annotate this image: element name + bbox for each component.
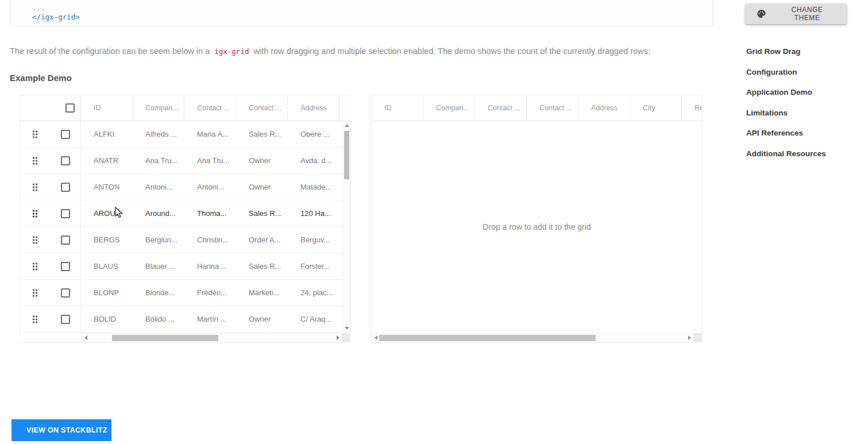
toc-nav: Grid Row Drag Configuration Application …: [746, 41, 861, 164]
h-scrollbar[interactable]: [82, 333, 342, 342]
grid-cell[interactable]: ANATR: [81, 156, 133, 165]
grid-cell[interactable]: Ana Tru...: [184, 156, 236, 165]
grid-cell[interactable]: Obere ...: [288, 130, 340, 138]
grid-cell[interactable]: Sales R...: [236, 209, 288, 218]
column-header-company[interactable]: Compan...: [423, 95, 475, 121]
scrollbar-thumb[interactable]: [112, 335, 218, 341]
column-header-address[interactable]: Address: [288, 95, 340, 121]
row-checkbox[interactable]: [61, 288, 70, 298]
scrollbar-thumb[interactable]: [379, 335, 596, 341]
view-on-stackblitz-button[interactable]: VIEW ON STACKBLITZ: [11, 419, 111, 441]
grid-cell[interactable]: Antoni...: [184, 183, 236, 191]
table-row[interactable]: ANATR Ana Tru... Ana Tru... Owner Avda. …: [20, 148, 350, 174]
row-checkbox[interactable]: [61, 183, 70, 192]
row-checkbox[interactable]: [61, 209, 70, 218]
column-header-company[interactable]: Compan...: [133, 95, 184, 121]
scroll-down-icon[interactable]: [345, 327, 349, 330]
column-header-city[interactable]: City: [630, 95, 682, 121]
grid-cell[interactable]: Owner: [236, 315, 288, 323]
column-header-id[interactable]: ID: [81, 95, 133, 121]
grid-cell[interactable]: Berglun...: [133, 235, 184, 244]
scroll-right-icon[interactable]: [688, 335, 691, 340]
row-drag-handle[interactable]: [20, 130, 50, 139]
nav-link-configuration[interactable]: Configuration: [746, 62, 861, 83]
nav-link-api-references[interactable]: API References: [746, 123, 861, 144]
h-scrollbar[interactable]: [372, 333, 693, 342]
table-row[interactable]: BERGS Berglun... Christin... Order A... …: [20, 227, 350, 253]
row-drag-handle[interactable]: [20, 288, 50, 298]
row-drag-handle[interactable]: [20, 156, 50, 165]
column-header-region[interactable]: Reg: [682, 95, 702, 121]
v-scrollbar[interactable]: [342, 121, 350, 333]
grid-cell[interactable]: Blauer ...: [133, 262, 184, 271]
table-row[interactable]: ALFKI Alfreds ... Maria A... Sales R... …: [20, 121, 350, 148]
grid-cell[interactable]: ALFKI: [81, 130, 133, 138]
grid-cell[interactable]: Frédéri...: [184, 288, 236, 297]
scroll-left-icon[interactable]: [84, 335, 87, 340]
column-header-contact-name[interactable]: Contact ...: [475, 95, 527, 121]
row-checkbox[interactable]: [61, 315, 70, 324]
grid-cell[interactable]: Owner: [236, 183, 288, 191]
scroll-up-icon[interactable]: [345, 124, 349, 127]
grid-cell[interactable]: BLONP: [81, 288, 133, 297]
change-theme-button[interactable]: CHANGE THEME: [745, 3, 847, 24]
table-row[interactable]: BOLID Bólido ... Martín ... Owner C/ Ara…: [20, 306, 350, 333]
grid-cell[interactable]: BLAUS: [81, 262, 133, 271]
grid-cell[interactable]: Antoni...: [133, 183, 184, 191]
grid-cell[interactable]: Sales R...: [236, 130, 288, 138]
grid-cell[interactable]: Matade...: [288, 183, 340, 191]
scroll-left-icon[interactable]: [375, 335, 377, 340]
grid-cell[interactable]: Bólido ...: [133, 315, 184, 323]
column-header-contact-title[interactable]: Contact ...: [236, 95, 288, 121]
target-grid-header: ID Compan... Contact ... Contact ... Add…: [372, 95, 702, 121]
grid-cell[interactable]: Maria A...: [184, 130, 236, 138]
table-row[interactable]: AROUT Around... Thoma... Sales R... 120 …: [20, 200, 350, 227]
grid-cell[interactable]: C/ Araq...: [288, 315, 340, 323]
grid-cell[interactable]: Owner: [236, 156, 288, 165]
table-row[interactable]: BLONP Blonde... Frédéri... Marketi... 24…: [20, 280, 350, 306]
row-drag-handle[interactable]: [20, 235, 50, 245]
nav-link-application-demo[interactable]: Application Demo: [746, 82, 861, 103]
grid-cell[interactable]: ANTON: [81, 183, 133, 191]
row-drag-handle[interactable]: [20, 315, 50, 324]
column-header-address[interactable]: Address: [578, 95, 630, 121]
grid-cell[interactable]: 24, plac...: [288, 288, 340, 297]
scroll-right-icon[interactable]: [337, 335, 340, 340]
grid-cell[interactable]: Thoma...: [184, 209, 236, 218]
grid-cell[interactable]: Around...: [133, 209, 184, 218]
column-header-contact-name[interactable]: Contact ...: [184, 95, 236, 121]
grid-cell[interactable]: Ana Tru...: [133, 156, 184, 165]
table-row[interactable]: ANTON Antoni... Antoni... Owner Matade..…: [20, 174, 350, 200]
grid-cell[interactable]: Martín ...: [184, 315, 236, 323]
grid-cell[interactable]: Blonde...: [133, 288, 184, 297]
section-title: Example Demo: [10, 73, 72, 83]
grid-cell[interactable]: Avda. d...: [288, 156, 340, 165]
grid-cell[interactable]: BOLID: [81, 315, 133, 323]
grid-cell[interactable]: AROUT: [81, 209, 133, 218]
row-checkbox[interactable]: [61, 130, 70, 139]
nav-link-grid-row-drag[interactable]: Grid Row Drag: [746, 41, 861, 62]
select-all-checkbox[interactable]: [65, 103, 75, 113]
column-header-id[interactable]: ID: [372, 95, 423, 121]
scrollbar-thumb[interactable]: [344, 131, 349, 179]
row-drag-handle[interactable]: [20, 262, 50, 271]
grid-cell[interactable]: Sales R...: [236, 262, 288, 271]
grid-cell[interactable]: Alfreds ...: [133, 130, 184, 138]
nav-link-additional-resources[interactable]: Additional Resources: [746, 144, 861, 164]
nav-link-limitations[interactable]: Limitations: [746, 103, 861, 123]
row-drag-handle[interactable]: [20, 183, 50, 192]
row-checkbox[interactable]: [61, 262, 70, 271]
grid-cell[interactable]: Hanna ...: [184, 262, 236, 271]
row-drag-handle[interactable]: [20, 209, 50, 218]
grid-cell[interactable]: Berguv...: [288, 235, 340, 244]
column-header-contact-title[interactable]: Contact ...: [527, 95, 578, 121]
grid-cell[interactable]: Order A...: [236, 235, 288, 244]
row-checkbox[interactable]: [61, 235, 70, 245]
row-checkbox[interactable]: [61, 156, 70, 165]
grid-cell[interactable]: BERGS: [81, 235, 133, 244]
grid-cell[interactable]: Christin...: [184, 235, 236, 244]
grid-cell[interactable]: Marketi...: [236, 288, 288, 297]
table-row[interactable]: BLAUS Blauer ... Hanna ... Sales R... Fo…: [20, 253, 350, 280]
grid-cell[interactable]: Forster...: [288, 262, 340, 271]
grid-cell[interactable]: 120 Ha...: [288, 209, 340, 218]
